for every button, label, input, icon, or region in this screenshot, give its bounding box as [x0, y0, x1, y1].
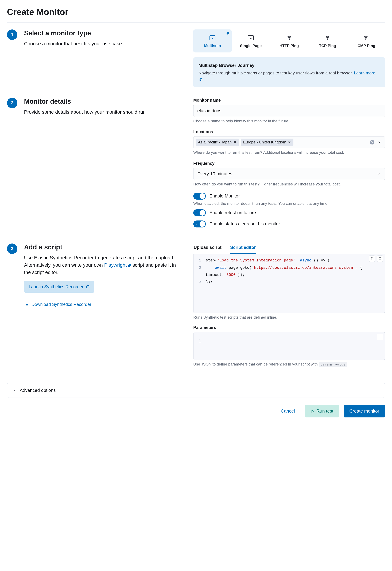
code-body: step('Load the System integration page',…	[194, 254, 385, 289]
cancel-button[interactable]: Cancel	[275, 405, 301, 417]
script-help: Runs Synthetic test scripts that are def…	[193, 315, 385, 320]
svg-point-6	[289, 39, 289, 40]
frequency-help: How often do you want to run this test? …	[193, 182, 385, 187]
pill-text: Asia/Pacific - Japan	[198, 140, 232, 145]
frequency-label: Frequency	[193, 161, 385, 166]
locations-input[interactable]: Asia/Pacific - Japan ✕ Europe - United K…	[193, 136, 385, 148]
callout-title: Multistep Browser Journey	[198, 62, 380, 69]
tab-script-editor[interactable]: Script editor	[230, 244, 256, 254]
advanced-options-accordion[interactable]: Advanced options	[7, 383, 385, 398]
copy-icon[interactable]	[369, 256, 375, 262]
fullscreen-icon[interactable]	[377, 256, 383, 262]
accordion-label: Advanced options	[20, 388, 56, 393]
monitor-name-help: Choose a name to help identify this moni…	[193, 118, 385, 124]
svg-marker-10	[312, 410, 314, 412]
section-add-script: 3 Add a script Use Elastic Synthetics Re…	[7, 244, 385, 373]
params-code: params.value	[319, 362, 347, 367]
type-label: TCP Ping	[311, 44, 344, 48]
type-label: HTTP Ping	[272, 44, 306, 48]
clear-all-icon[interactable]: ✕	[370, 140, 374, 145]
type-label: Single Page	[234, 44, 268, 48]
callout-body: Navigate through multiple steps or pages…	[198, 71, 353, 75]
monitor-type-http-ping[interactable]: HTTP Ping	[270, 29, 308, 52]
retest-toggle[interactable]: ✓	[193, 209, 206, 216]
selected-dot-icon	[226, 32, 229, 34]
external-link-icon	[86, 285, 90, 289]
step3-title: Add a script	[24, 244, 183, 251]
monitor-type-icmp-ping[interactable]: ICMP Ping	[347, 29, 385, 52]
section-monitor-type: 1 Select a monitor type Choose a monitor…	[7, 29, 385, 87]
enable-monitor-help: When disabled, the monitor doesn't run a…	[193, 201, 385, 206]
code-gutter: 123	[194, 254, 203, 313]
multistep-icon	[196, 34, 229, 41]
step1-title: Select a monitor type	[24, 29, 183, 37]
frequency-select[interactable]: Every 10 minutes	[193, 168, 385, 180]
type-label: Multistep	[196, 44, 229, 48]
download-icon	[25, 302, 29, 307]
retest-label: Enable retest on failure	[209, 210, 256, 215]
locations-help: Where do you want to run this test from?…	[193, 150, 385, 155]
wifi-icon	[272, 34, 306, 41]
alerts-label: Enable status alerts on this monitor	[209, 221, 280, 227]
svg-marker-5	[250, 38, 252, 39]
enable-monitor-toggle[interactable]	[193, 193, 206, 200]
monitor-type-tcp-ping[interactable]: TCP Ping	[308, 29, 347, 52]
section-monitor-details: 2 Monitor details Provide some details a…	[7, 98, 385, 233]
monitor-name-input[interactable]	[193, 105, 385, 117]
step2-title: Monitor details	[24, 98, 183, 105]
run-test-button[interactable]: Run test	[305, 405, 339, 417]
svg-rect-0	[210, 36, 215, 40]
step2-desc: Provide some details about how your moni…	[24, 108, 183, 116]
pill-text: Europe - United Kingdom	[243, 140, 286, 145]
page-title: Create Monitor	[7, 7, 385, 17]
step-badge-3: 3	[7, 244, 17, 254]
svg-rect-9	[371, 258, 373, 260]
download-recorder-link[interactable]: Download Synthetics Recorder	[24, 299, 96, 310]
locations-label: Locations	[193, 129, 385, 134]
single-page-icon	[234, 34, 268, 41]
step-badge-2: 2	[7, 98, 17, 108]
location-pill: Asia/Pacific - Japan ✕	[196, 139, 239, 146]
svg-marker-2	[212, 38, 213, 39]
svg-point-7	[327, 39, 328, 40]
step1-desc: Choose a monitor that best fits your use…	[24, 40, 183, 47]
monitor-type-callout: Multistep Browser Journey Navigate throu…	[193, 57, 385, 87]
step3-desc: Use Elastic Synthetics Recorder to gener…	[24, 254, 183, 276]
script-editor[interactable]: 123 step('Load the System integration pa…	[193, 254, 385, 313]
monitor-type-multistep[interactable]: Multistep	[193, 29, 232, 52]
alerts-toggle[interactable]: ✓	[193, 220, 206, 227]
parameters-editor[interactable]: 1	[193, 332, 385, 360]
step-badge-1: 1	[7, 29, 17, 40]
launch-recorder-button[interactable]: Launch Synthetics Recorder	[24, 281, 94, 293]
create-monitor-button[interactable]: Create monitor	[344, 405, 385, 417]
footer-actions: Cancel Run test Create monitor	[7, 405, 385, 417]
tab-upload-script[interactable]: Upload script	[193, 244, 222, 254]
fullscreen-icon[interactable]	[377, 334, 383, 340]
chevron-down-icon	[377, 172, 381, 176]
playwright-link[interactable]: Playwright	[104, 262, 131, 268]
frequency-value: Every 10 minutes	[197, 171, 232, 176]
svg-point-8	[365, 39, 366, 40]
chevron-right-icon	[12, 389, 16, 392]
code-gutter: 1	[194, 332, 203, 360]
enable-monitor-label: Enable Monitor	[209, 193, 240, 199]
monitor-name-label: Monitor name	[193, 98, 385, 103]
remove-pill-icon[interactable]: ✕	[288, 140, 291, 145]
parameters-label: Parameters	[193, 325, 385, 330]
chevron-down-icon[interactable]	[377, 140, 381, 144]
monitor-type-single-page[interactable]: Single Page	[232, 29, 270, 52]
play-icon	[311, 410, 314, 413]
parameters-help: Use JSON to define parameters that can b…	[193, 362, 385, 367]
location-pill: Europe - United Kingdom ✕	[241, 139, 294, 146]
wifi-icon	[311, 34, 344, 41]
type-label: ICMP Ping	[349, 44, 383, 48]
svg-rect-3	[248, 36, 253, 40]
wifi-icon	[349, 34, 383, 41]
remove-pill-icon[interactable]: ✕	[233, 140, 237, 145]
